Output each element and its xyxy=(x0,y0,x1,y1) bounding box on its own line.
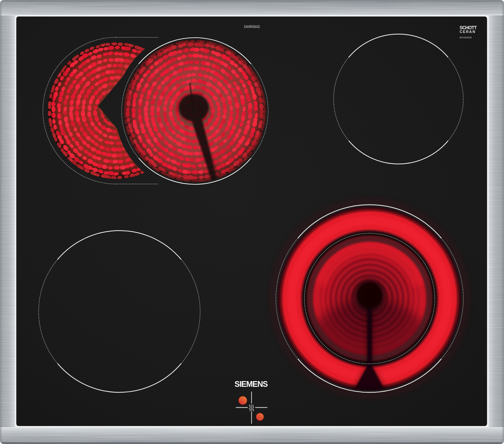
svg-text:9001609080: 9001609080 xyxy=(459,36,472,39)
svg-text:CERAN: CERAN xyxy=(460,30,475,34)
svg-text:EA64RGNA1E: EA64RGNA1E xyxy=(244,25,260,29)
svg-text:SIEMENS: SIEMENS xyxy=(235,380,268,388)
